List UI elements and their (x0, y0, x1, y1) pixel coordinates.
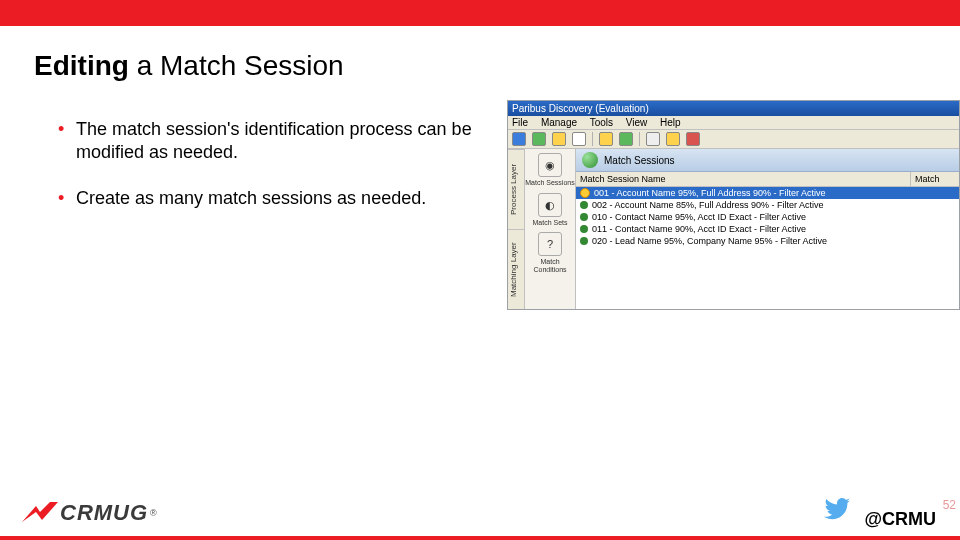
footer: CRMUG ® @CRMU 52 (0, 492, 960, 540)
brand-logo: CRMUG ® (22, 500, 157, 526)
window-titlebar: Paribus Discovery (Evaluation) (508, 101, 959, 116)
nav-column: ◉ Match Sessions ◐ Match Sets ? Match Co… (525, 149, 576, 309)
table-row[interactable]: 010 - Contact Name 95%, Acct ID Exact - … (576, 211, 959, 223)
nav-item-sessions[interactable]: ◉ Match Sessions (525, 153, 574, 187)
row-status-icon (580, 201, 588, 209)
bullet-item: The match session's identification proce… (58, 118, 507, 165)
pane-header: Match Sessions (576, 149, 959, 172)
logo-text: CRMUG (60, 500, 148, 526)
grid-header: Match Session Name Match (576, 172, 959, 187)
toolbar-icon[interactable] (552, 132, 566, 146)
menu-item[interactable]: Help (660, 117, 681, 128)
grid-rows: 001 - Account Name 95%, Full Address 90%… (576, 187, 959, 247)
nav-item-sets[interactable]: ◐ Match Sets (532, 193, 567, 227)
sessions-icon: ◉ (538, 153, 562, 177)
bullet-item: Create as many match sessions as needed. (58, 187, 507, 210)
row-status-icon (580, 237, 588, 245)
slide-title: Editing a Match Session (0, 26, 960, 100)
toolbar-divider (639, 132, 640, 146)
nav-item-conditions[interactable]: ? Match Conditions (525, 232, 575, 273)
menu-item[interactable]: View (626, 117, 648, 128)
layer-tab-matching[interactable]: Matching Layer (508, 229, 524, 309)
table-row[interactable]: 002 - Account Name 85%, Full Address 90%… (576, 199, 959, 211)
bullet-list: The match session's identification proce… (18, 118, 507, 232)
toolbar (508, 130, 959, 149)
col-name[interactable]: Match Session Name (576, 172, 911, 186)
row-status-icon (580, 188, 590, 198)
row-status-icon (580, 213, 588, 221)
app-body: Process Layer Matching Layer ◉ Match Ses… (508, 149, 959, 309)
toolbar-icon[interactable] (646, 132, 660, 146)
twitter-icon (824, 498, 850, 524)
star-icon[interactable] (599, 132, 613, 146)
toolbar-icon[interactable] (572, 132, 586, 146)
table-row[interactable]: 011 - Contact Name 90%, Acct ID Exact - … (576, 223, 959, 235)
main-pane: Match Sessions Match Session Name Match … (576, 149, 959, 309)
twitter-handle: @CRMU (864, 509, 936, 530)
sets-icon: ◐ (538, 193, 562, 217)
toolbar-divider (592, 132, 593, 146)
menu-item[interactable]: Tools (590, 117, 613, 128)
logo-swoosh-icon (22, 502, 58, 524)
toolbar-icon[interactable] (666, 132, 680, 146)
menu-item[interactable]: File (512, 117, 528, 128)
conditions-icon: ? (538, 232, 562, 256)
delete-icon[interactable] (686, 132, 700, 146)
app-screenshot: Paribus Discovery (Evaluation) File Mana… (507, 100, 960, 310)
layer-tabs: Process Layer Matching Layer (508, 149, 525, 309)
title-strong: Editing (34, 50, 129, 81)
table-row[interactable]: 020 - Lead Name 95%, Company Name 95% - … (576, 235, 959, 247)
title-rest: a Match Session (129, 50, 344, 81)
table-row[interactable]: 001 - Account Name 95%, Full Address 90%… (576, 187, 959, 199)
sessions-header-icon (582, 152, 598, 168)
slide-content: The match session's identification proce… (0, 100, 960, 310)
pane-title: Match Sessions (604, 155, 675, 166)
page-number: 52 (943, 498, 956, 512)
toolbar-icon[interactable] (512, 132, 526, 146)
toolbar-icon[interactable] (619, 132, 633, 146)
menubar: File Manage Tools View Help (508, 116, 959, 130)
col-match[interactable]: Match (911, 172, 959, 186)
menu-item[interactable]: Manage (541, 117, 577, 128)
brand-top-bar (0, 0, 960, 26)
row-status-icon (580, 225, 588, 233)
registered-icon: ® (150, 508, 157, 518)
layer-tab-process[interactable]: Process Layer (508, 149, 524, 229)
toolbar-icon[interactable] (532, 132, 546, 146)
